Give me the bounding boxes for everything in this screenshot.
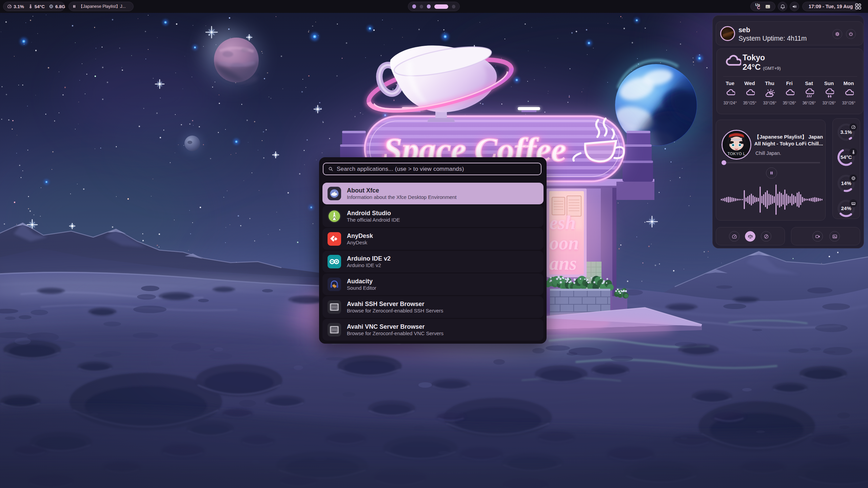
svg-text:3.1%: 3.1% [840, 129, 852, 135]
svg-text:24%: 24% [841, 205, 851, 211]
svg-text:TOKYO L: TOKYO L [727, 151, 745, 156]
svg-text:14%: 14% [841, 180, 851, 186]
svg-text:54°C: 54°C [841, 154, 852, 160]
